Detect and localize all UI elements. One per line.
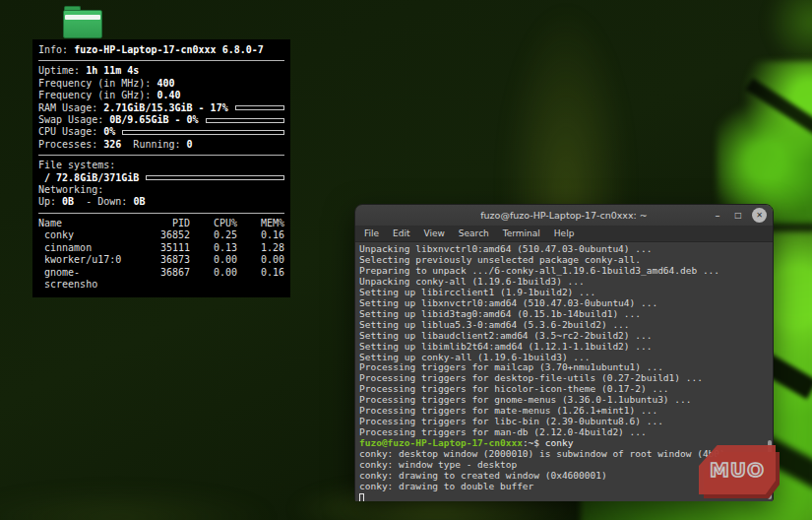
typed-command: conky [545,437,574,448]
col-header-cpu: CPU% [190,218,237,229]
wallpaper-upper-structure [717,61,812,224]
terminal-menubar: File Edit View Search Terminal Help [355,226,773,242]
menu-file[interactable]: File [364,228,379,238]
filesystems-title: File systems: [38,160,284,171]
swap-bar [206,118,284,123]
ram-label: RAM Usage: [38,102,97,114]
folder-icon[interactable] [63,6,102,38]
process-name: gnome-screensho [38,267,133,292]
wallpaper-bottomleft-glow [0,488,276,520]
running-value: 0 [187,139,193,151]
muo-logo: MUO [699,445,780,498]
cpu-row: CPU Usage: 0% [38,126,284,138]
process-name: kworker/u17:0 [38,254,133,266]
col-header-name: Name [38,218,133,229]
process-mem: 0.16 [237,267,284,292]
prompt-user-host: fuzo@fuzo-HP-Laptop-17-cn0xxx [359,437,523,448]
uptime-label: Uptime: [38,65,80,77]
freq-ghz-value: 0.40 [156,90,180,101]
terminal-output: Unpacking libxnvctrl0:amd64 (510.47.03-0… [359,244,773,438]
desktop: Info: fuzo-HP-Laptop-17-cn0xxx 6.8.0-7 U… [0,0,812,520]
networking-title: Networking: [38,184,284,196]
process-cpu: 0.25 [190,229,237,241]
cpu-label: CPU Usage: [38,126,97,138]
process-pid: 35111 [133,242,190,254]
down-value: 0B [133,196,145,208]
uptime-row: Uptime: 1h 11m 4s [38,65,284,77]
cpu-value: 0% [103,126,115,138]
ram-row: RAM Usage: 2.71GiB/15.3GiB - 17% [38,102,284,114]
maximize-icon[interactable]: □ [731,209,745,223]
processes-row: Processes: 326 Running: 0 [38,139,284,151]
process-mem: 0.00 [237,254,284,266]
conky-separator [38,213,284,214]
swap-value: 0B/9.65GiB - 0% [109,114,198,126]
process-table: Name PID CPU% MEM% conky 36852 0.25 0.16… [38,218,284,291]
running-label: Running: [133,139,180,151]
up-value: 0B [62,196,74,208]
info-label: Info: [38,44,68,56]
freq-mhz-value: 400 [156,78,174,90]
process-name: conky [38,229,133,241]
window-controls: – □ ✕ [711,205,767,226]
muo-logo-badge: MUO [699,445,776,494]
processes-value: 326 [103,139,121,151]
swap-label: Swap Usage: [38,114,103,126]
window-title: fuzo@fuzo-HP-Laptop-17-cn0xxx: ~ [480,210,648,221]
cpu-bar [122,130,284,135]
freq-mhz-row: Frequency (in MHz): 400 [38,78,284,90]
process-cpu: 0.13 [190,242,237,254]
process-cpu: 0.00 [190,254,237,266]
down-label: - Down: [86,196,127,208]
fs-value: / 72.8GiB/371GiB [38,172,139,184]
freq-mhz-label: Frequency (in MHz): [38,78,151,90]
fs-bar [146,175,284,180]
conky-info-row: Info: fuzo-HP-Laptop-17-cn0xxx 6.8.0-7 [38,44,284,56]
up-label: Up: [38,196,56,208]
col-header-pid: PID [133,218,190,229]
close-icon[interactable]: ✕ [752,208,767,223]
freq-ghz-row: Frequency (in GHz): 0.40 [38,90,284,101]
conky-separator [38,60,284,61]
process-pid: 36867 [133,267,190,292]
freq-ghz-label: Frequency (in GHz): [38,90,151,101]
muo-logo-text: MUO [710,458,765,482]
info-value: fuzo-HP-Laptop-17-cn0xxx 6.8.0-7 [74,44,264,56]
swap-row: Swap Usage: 0B/9.65GiB - 0% [38,114,284,126]
menu-search[interactable]: Search [459,228,489,238]
wallpaper-topright-glow [758,0,812,69]
processes-label: Processes: [38,139,97,151]
process-mem: 1.28 [237,242,284,254]
menu-edit[interactable]: Edit [393,228,409,238]
process-name: cinnamon [38,242,133,254]
conky-separator [38,155,284,156]
col-header-mem: MEM% [237,218,284,229]
filesystem-row: / 72.8GiB/371GiB [38,172,284,184]
wallpaper-dark-stripe [745,78,812,149]
minimize-icon[interactable]: – [711,209,724,223]
terminal-cursor [359,493,364,501]
menu-help[interactable]: Help [554,228,575,238]
ram-value: 2.71GiB/15.3GiB - 17% [103,102,227,114]
uptime-value: 1h 11m 4s [86,65,139,77]
process-cpu: 0.00 [190,267,237,292]
network-row: Up: 0B - Down: 0B [38,196,284,208]
ram-bar [235,105,284,110]
process-pid: 36873 [133,254,190,266]
terminal-titlebar[interactable]: fuzo@fuzo-HP-Laptop-17-cn0xxx: ~ – □ ✕ [355,205,773,226]
process-mem: 0.16 [237,229,284,241]
conky-widget: Info: fuzo-HP-Laptop-17-cn0xxx 6.8.0-7 U… [32,39,290,297]
folder-icon-stripe [65,15,100,20]
process-pid: 36852 [133,229,190,241]
menu-terminal[interactable]: Terminal [503,228,540,238]
menu-view[interactable]: View [424,228,445,238]
